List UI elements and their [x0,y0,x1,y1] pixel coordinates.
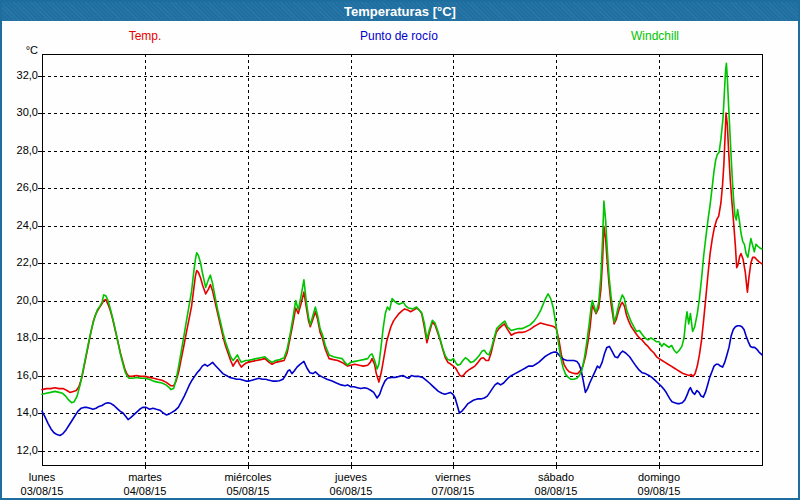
x-date-label: 08/08/15 [511,485,601,497]
x-day-label: miércoles [203,471,293,483]
series-windchill-line [42,63,762,402]
x-date-label: 05/08/15 [203,485,293,497]
x-day-label: martes [100,471,190,483]
x-day-label: lunes [0,471,87,483]
x-date-label: 06/08/15 [306,485,396,497]
x-day-label: sábado [511,471,601,483]
plot-border [43,55,763,466]
y-tick-label: 28,0 [4,144,38,156]
y-tick-label: 14,0 [4,406,38,418]
temperature-chart-plot [2,2,800,500]
y-tick-label: 24,0 [4,219,38,231]
x-date-label: 07/08/15 [408,485,498,497]
chart-window: Temperaturas [°C] Temp. Punto de rocío W… [0,0,800,500]
y-tick-label: 18,0 [4,331,38,343]
x-date-label: 09/08/15 [614,485,704,497]
x-day-label: viernes [408,471,498,483]
y-tick-label: 30,0 [4,106,38,118]
y-tick-label: 16,0 [4,369,38,381]
x-day-label: jueves [306,471,396,483]
y-tick-label: 20,0 [4,294,38,306]
y-tick-label: 32,0 [4,69,38,81]
x-date-label: 04/08/15 [100,485,190,497]
series-temp-line [42,113,762,392]
y-tick-label: 12,0 [4,444,38,456]
y-tick-label: 22,0 [4,256,38,268]
x-day-label: domingo [614,471,704,483]
y-tick-label: 26,0 [4,181,38,193]
x-date-label: 03/08/15 [0,485,87,497]
series-dewpoint-line [42,326,762,436]
